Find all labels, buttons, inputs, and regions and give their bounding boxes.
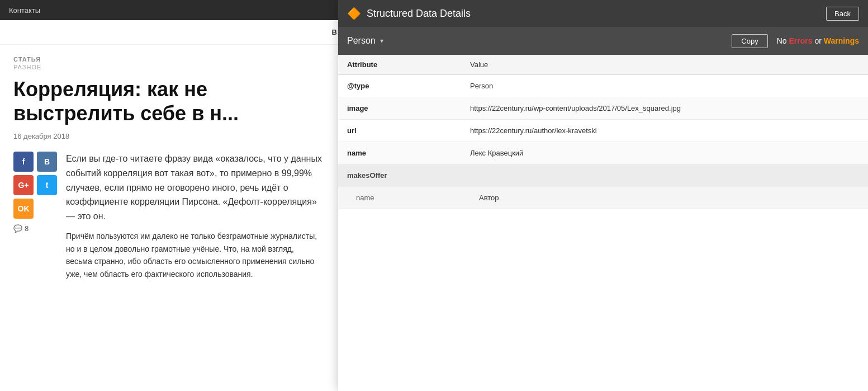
gplus-icon: G+	[18, 181, 29, 190]
table-header-row: Attribute Value	[338, 55, 868, 75]
table-cell-value[interactable]: Автор	[461, 187, 868, 209]
structured-data-panel: 🔶 Structured Data Details Back Person ▾ …	[338, 0, 868, 391]
table-cell-attribute: name	[338, 187, 461, 209]
sd-type-label: Person	[347, 36, 376, 46]
article-label: СТАТЬЯ	[13, 56, 322, 63]
table-cell-value	[461, 164, 868, 187]
sd-toolbar: Person ▾ Copy No Errors or Warnings	[338, 27, 868, 55]
facebook-icon: f	[22, 157, 25, 166]
comment-bubble-icon: 💬	[13, 224, 22, 233]
article-area: СТАТЬЯ РАЗНОЕ Корреляция: как невыстрели…	[0, 45, 335, 298]
social-row-bottom: OK	[13, 199, 57, 219]
article-title: Корреляция: как невыстрелить себе в н...	[13, 77, 322, 125]
social-row-top: f В	[13, 152, 57, 172]
article-lead: Если вы где-то читаете фразу вида «оказа…	[66, 152, 322, 223]
sd-status-or: or	[814, 36, 821, 45]
col-attribute: Attribute	[338, 55, 461, 75]
table-cell-value[interactable]: https://22century.ru/wp-content/uploads/…	[461, 97, 868, 120]
sd-logo-icon: 🔶	[347, 7, 361, 20]
table-cell-value[interactable]: Person	[461, 75, 868, 97]
table-row: makesOffer	[338, 164, 868, 187]
table-cell-value[interactable]: Лекс Кравецкий	[461, 142, 868, 164]
sd-panel-header: 🔶 Structured Data Details Back	[338, 0, 868, 27]
article-text: Если вы где-то читаете фразу вида «оказа…	[66, 152, 322, 287]
comment-number: 8	[25, 224, 29, 233]
sd-back-button[interactable]: Back	[826, 7, 859, 21]
twitter-button[interactable]: t	[37, 175, 57, 195]
table-row: nameАвтор	[338, 187, 868, 209]
col-value: Value	[461, 55, 868, 75]
sd-panel-title: Structured Data Details	[367, 8, 826, 20]
table-row: @typePerson	[338, 75, 868, 97]
comment-count[interactable]: 💬 8	[13, 224, 57, 233]
sd-type-selector[interactable]: Person ▾	[347, 36, 383, 46]
twitter-icon: t	[46, 181, 49, 190]
top-bar-nav-text: Контакты	[9, 6, 40, 15]
sd-status-errors: Errors	[789, 36, 812, 45]
table-cell-attribute: url	[338, 120, 461, 142]
gplus-button[interactable]: G+	[13, 175, 34, 195]
table-row: nameЛекс Кравецкий	[338, 142, 868, 164]
article-sublabel: РАЗНОЕ	[13, 64, 322, 70]
table-cell-attribute: name	[338, 142, 461, 164]
table-cell-attribute: makesOffer	[338, 164, 461, 187]
table-row: urlhttps://22century.ru/author/lex-krave…	[338, 120, 868, 142]
vk-icon: В	[44, 157, 50, 166]
table-cell-value[interactable]: https://22century.ru/author/lex-kravetsk…	[461, 120, 868, 142]
vk-button[interactable]: В	[37, 152, 57, 172]
article-body-row: f В G+ t OK	[13, 152, 322, 287]
article-body: Причём пользуются им далеко не только бе…	[66, 230, 322, 280]
ok-button[interactable]: OK	[13, 199, 34, 219]
article-date: 16 декабря 2018	[13, 132, 322, 140]
chevron-down-icon: ▾	[380, 37, 383, 45]
sd-status-warnings: Warnings	[824, 36, 859, 45]
sd-status-no: No	[777, 36, 787, 45]
sd-copy-button[interactable]: Copy	[732, 34, 767, 48]
table-row: imagehttps://22century.ru/wp-content/upl…	[338, 97, 868, 120]
social-buttons: f В G+ t OK	[13, 152, 57, 287]
ok-icon: OK	[18, 204, 30, 213]
sd-status: No Errors or Warnings	[777, 36, 859, 45]
sd-data-table: Attribute Value @typePersonimagehttps://…	[338, 55, 868, 391]
table-cell-attribute: @type	[338, 75, 461, 97]
facebook-button[interactable]: f	[13, 152, 34, 172]
table-cell-attribute: image	[338, 97, 461, 120]
social-row-middle: G+ t	[13, 175, 57, 195]
